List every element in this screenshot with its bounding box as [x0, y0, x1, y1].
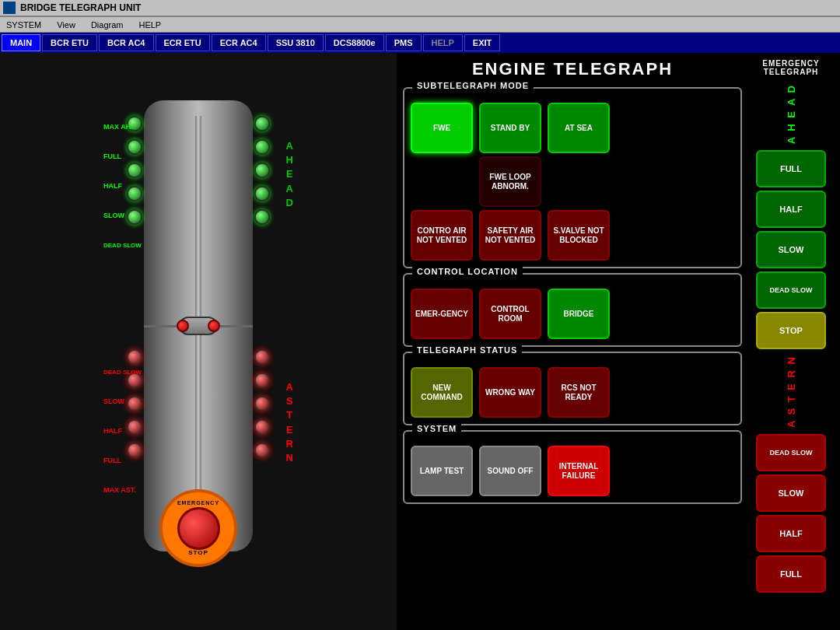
telegraph-container: MAX AH. FULL HALF SLOW DEAD SLOW DEAD SL… [97, 93, 299, 590]
emergency-stop-inner-button[interactable] [177, 507, 220, 550]
emerg-btn-slow-ahead[interactable]: SLOW [756, 231, 826, 268]
system-title: SYSTEM [412, 424, 461, 433]
btn-emergency[interactable]: EMER-GENCY [411, 289, 473, 339]
btn-at-sea[interactable]: AT SEA [548, 103, 610, 153]
label-deadslow-astern: DEAD SLOW [103, 357, 142, 387]
telegraph-body [144, 100, 253, 551]
btn-svalve[interactable]: S.VALVE NOT BLOCKED [548, 210, 610, 261]
btn-contro-air[interactable]: CONTRO AIR NOT VENTED [411, 210, 473, 261]
right-light-astern-deadslow [254, 349, 270, 365]
menu-view[interactable]: View [54, 19, 79, 31]
emerg-btn-half-astern[interactable]: HALF [756, 515, 826, 552]
emerg-astern-label: A S T E R N [786, 355, 797, 428]
label-half-astern: HALF [103, 416, 142, 446]
tab-bcr-etu[interactable]: BCR ETU [42, 34, 97, 51]
subtelegraph-row2: FWE LOOP ABNORM. [411, 156, 734, 207]
astern-side-label: ASTERN [286, 380, 295, 465]
astern-position-labels: DEAD SLOW SLOW HALF FULL MAX AST. [103, 357, 142, 505]
right-pivot-dot [208, 320, 220, 332]
label-max-ahead: MAX AH. [103, 112, 142, 142]
btn-standby[interactable]: STAND BY [479, 103, 541, 153]
emergency-stop-button[interactable]: EMERGENCY STOP [159, 489, 237, 567]
label-half-ahead: HALF [103, 171, 142, 201]
right-light-astern-full [254, 419, 270, 435]
btn-internal-failure[interactable]: INTERNAL FAILURE [548, 446, 610, 496]
engine-telegraph-wrapper: ENGINE TELEGRAPH SUBTELEGRAPH MODE FWE S… [403, 59, 834, 593]
right-light-ahead-max [254, 116, 270, 131]
btn-control-room[interactable]: CONTROL ROOM [479, 289, 541, 339]
left-panel: MAX AH. FULL HALF SLOW DEAD SLOW DEAD SL… [0, 53, 397, 630]
emerg-btn-full-astern[interactable]: FULL [756, 555, 826, 593]
label-slow-ahead: SLOW [103, 201, 142, 230]
btn-rcs-not-ready[interactable]: RCS NOT READY [548, 367, 610, 418]
window-title: BRIDGE TELEGRAPH UNIT [20, 2, 141, 13]
right-light-ahead-deadslow [254, 209, 270, 225]
right-light-astern-max [254, 443, 270, 458]
tab-help[interactable]: HELP [423, 34, 463, 51]
control-location-title: CONTROL LOCATION [412, 267, 523, 276]
btn-lamp-test[interactable]: LAMP TEST [411, 446, 473, 496]
subtelegraph-row1: FWE STAND BY AT SEA [411, 103, 734, 153]
control-location-section: CONTROL LOCATION EMER-GENCY CONTROL ROOM… [403, 273, 742, 347]
label-full-ahead: FULL [103, 142, 142, 171]
system-section: SYSTEM LAMP TEST SOUND OFF INTERNAL FAIL… [403, 430, 742, 504]
right-light-ahead-full [254, 139, 270, 155]
engine-telegraph-sections: ENGINE TELEGRAPH SUBTELEGRAPH MODE FWE S… [403, 59, 742, 593]
handle-line-left [144, 325, 179, 327]
telegraph-status-buttons: NEW COMMAND WRONG WAY RCS NOT READY [411, 367, 734, 418]
menu-bar: SYSTEM View Diagram HELP [0, 17, 840, 33]
main-content: MAX AH. FULL HALF SLOW DEAD SLOW DEAD SL… [0, 53, 840, 630]
menu-diagram[interactable]: Diagram [88, 19, 127, 31]
emerg-btn-half-ahead[interactable]: HALF [756, 191, 826, 228]
right-lights-ahead [254, 116, 270, 225]
title-bar: BRIDGE TELEGRAPH UNIT [0, 0, 840, 17]
tab-exit[interactable]: EXIT [464, 34, 500, 51]
menu-system[interactable]: SYSTEM [3, 19, 44, 31]
control-location-buttons: EMER-GENCY CONTROL ROOM BRIDGE [411, 289, 734, 339]
menu-help[interactable]: HELP [135, 19, 164, 31]
btn-safety-air[interactable]: SAFETY AIR NOT VENTED [479, 210, 541, 261]
emergency-telegraph-section: EMERGENCYTELEGRAPH A H E A D FULL HALF S… [748, 59, 834, 593]
subtelegraph-row3: CONTRO AIR NOT VENTED SAFETY AIR NOT VEN… [411, 210, 734, 261]
tab-dcs8800e[interactable]: DCS8800e [325, 34, 384, 51]
emergency-bottom-text: STOP [188, 549, 208, 556]
subtelegraph-title: SUBTELEGRAPH MODE [412, 81, 534, 90]
telegraph-status-section: TELEGRAPH STATUS NEW COMMAND WRONG WAY R… [403, 352, 742, 425]
label-max-astern: MAX AST. [103, 475, 142, 505]
system-buttons: LAMP TEST SOUND OFF INTERNAL FAILURE [411, 446, 734, 496]
tab-pms[interactable]: PMS [386, 34, 422, 51]
btn-sound-off[interactable]: SOUND OFF [479, 446, 541, 496]
right-lights-astern [254, 349, 270, 458]
btn-fwe-loop[interactable]: FWE LOOP ABNORM. [479, 156, 541, 207]
emerg-btn-slow-astern[interactable]: SLOW [756, 474, 826, 512]
emerg-btn-full-ahead[interactable]: FULL [756, 150, 826, 187]
right-light-astern-slow [254, 373, 270, 388]
ahead-side-label: AHEAD [286, 139, 295, 210]
btn-bridge[interactable]: BRIDGE [548, 289, 610, 339]
emerg-ahead-label: A H E A D [786, 84, 797, 144]
emerg-btn-stop[interactable]: STOP [756, 312, 826, 349]
btn-wrong-way[interactable]: WRONG WAY [479, 367, 541, 418]
emergency-telegraph-title: EMERGENCYTELEGRAPH [762, 59, 819, 76]
emerg-btn-deadslow-astern[interactable]: DEAD SLOW [756, 434, 826, 471]
left-pivot-dot [177, 320, 189, 332]
emergency-top-text: EMERGENCY [177, 500, 219, 506]
btn-new-command[interactable]: NEW COMMAND [411, 367, 473, 418]
subtelegraph-section: SUBTELEGRAPH MODE FWE STAND BY AT SEA FW… [403, 87, 742, 268]
telegraph-status-title: TELEGRAPH STATUS [412, 345, 522, 355]
tab-ecr-ac4[interactable]: ECR AC4 [212, 34, 266, 51]
label-deadslow-ahead: DEAD SLOW [103, 230, 142, 260]
right-light-ahead-half [254, 163, 270, 178]
tab-bcr-ac4[interactable]: BCR AC4 [99, 34, 154, 51]
tab-ssu3810[interactable]: SSU 3810 [268, 34, 324, 51]
right-light-ahead-slow [254, 186, 270, 201]
handle-line-right [218, 325, 253, 327]
label-full-astern: FULL [103, 446, 142, 475]
emerg-btn-deadslow-ahead[interactable]: DEAD SLOW [756, 271, 826, 309]
telegraph-handle-area [144, 317, 253, 335]
label-slow-astern: SLOW [103, 387, 142, 416]
tab-ecr-etu[interactable]: ECR ETU [156, 34, 210, 51]
app-icon [3, 2, 16, 14]
btn-fwe[interactable]: FWE [411, 103, 473, 153]
tab-main[interactable]: MAIN [2, 34, 40, 51]
